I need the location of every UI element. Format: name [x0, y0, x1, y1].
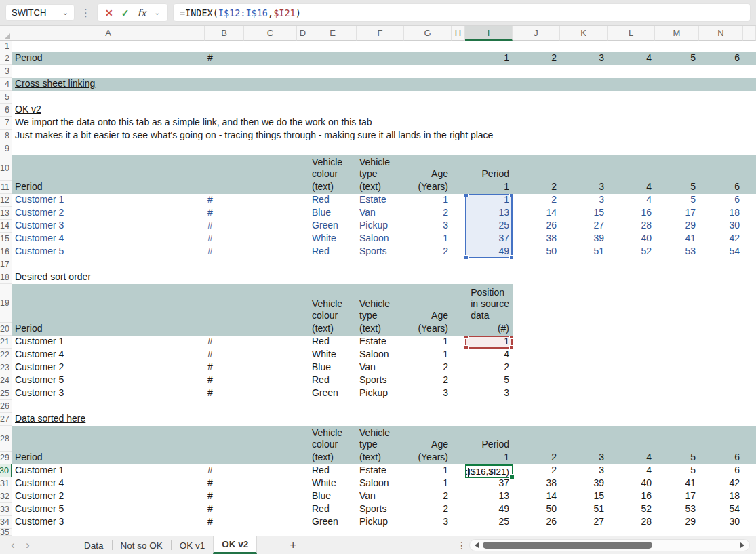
cell-A13[interactable]: Customer 2 — [12, 207, 205, 220]
cell-E19[interactable]: Vehicle colour — [309, 284, 357, 323]
cell-F29[interactable]: (text) — [357, 452, 404, 464]
row-header-9[interactable]: 9 — [0, 142, 12, 155]
row-header-12[interactable]: 12 — [0, 194, 12, 207]
cell-G25[interactable]: 3 — [404, 387, 452, 400]
cell-I24[interactable]: 5 — [465, 374, 513, 387]
cell-B34[interactable]: # — [205, 516, 244, 529]
cell-N11[interactable]: 6 — [699, 181, 743, 194]
cell-B15[interactable]: # — [205, 233, 244, 245]
cell-A15[interactable]: Customer 4 — [12, 233, 205, 245]
row-header-8[interactable]: 8 — [0, 130, 12, 142]
row-header-2[interactable]: 2 — [0, 52, 12, 65]
cell-A27[interactable]: Data sorted here — [12, 413, 205, 426]
cell-N14[interactable]: 30 — [699, 220, 743, 233]
cell-B24[interactable]: # — [205, 374, 244, 387]
cell-K2[interactable]: 3 — [560, 52, 608, 65]
cell-G13[interactable]: 2 — [404, 207, 452, 220]
cell-L34[interactable]: 28 — [608, 516, 655, 529]
cell-B2[interactable]: # — [205, 52, 244, 65]
cell-B32[interactable]: # — [205, 490, 244, 503]
next-sheet-icon[interactable]: › — [20, 536, 35, 554]
cell-E33[interactable]: Red — [309, 503, 357, 516]
cell-F12[interactable]: Estate — [357, 194, 404, 207]
cell-I21[interactable]: 1 — [465, 336, 513, 349]
cell-A7[interactable]: We import the data onto this tab as a si… — [12, 117, 205, 130]
cell-A8[interactable]: Just makes it a bit easier to see what's… — [12, 130, 205, 142]
cell-A16[interactable]: Customer 5 — [12, 245, 205, 258]
column-header-H[interactable]: H — [452, 26, 465, 41]
cell-A6[interactable]: OK v2 — [12, 104, 205, 117]
cell-B16[interactable]: # — [205, 245, 244, 258]
cell-G22[interactable]: 1 — [404, 349, 452, 361]
cell-G11[interactable]: (Years) — [404, 181, 452, 194]
cell-G30[interactable]: 1 — [404, 464, 452, 477]
row-header-10[interactable]: 10 — [0, 155, 12, 181]
cell-M31[interactable]: 41 — [655, 477, 699, 490]
active-cell-editor[interactable]: :I$16,$I21) — [465, 464, 513, 478]
column-header-G[interactable]: G — [404, 26, 452, 41]
scrollbar-thumb[interactable] — [483, 542, 652, 549]
row-header-16[interactable]: 16 — [0, 245, 12, 258]
sheet-tab-ok-v1[interactable]: OK v1 — [172, 536, 214, 554]
chevron-down-icon[interactable]: ⌄ — [62, 8, 68, 17]
cell-A2[interactable]: Period — [12, 52, 205, 65]
cell-G20[interactable]: (Years) — [404, 323, 452, 336]
cell-M34[interactable]: 29 — [655, 516, 699, 529]
cell-G31[interactable]: 1 — [404, 477, 452, 490]
cell-I34[interactable]: 25 — [465, 516, 513, 529]
cell-F22[interactable]: Saloon — [357, 349, 404, 361]
cell-F33[interactable]: Sports — [357, 503, 404, 516]
cell-I13[interactable]: 13 — [465, 207, 513, 220]
cell-B21[interactable]: # — [205, 336, 244, 349]
prev-sheet-icon[interactable]: ‹ — [5, 536, 20, 554]
row-header-14[interactable]: 14 — [0, 220, 12, 233]
row-header-33[interactable]: 33 — [0, 503, 12, 516]
cell-K14[interactable]: 27 — [560, 220, 608, 233]
column-header-D[interactable]: D — [297, 26, 309, 41]
cell-M12[interactable]: 5 — [655, 194, 699, 207]
row-header-11[interactable]: 11 — [0, 181, 12, 194]
name-box[interactable]: SWITCH ⌄ — [5, 4, 75, 21]
cell-J33[interactable]: 50 — [513, 503, 560, 516]
cell-E25[interactable]: Green — [309, 387, 357, 400]
cell-J31[interactable]: 38 — [513, 477, 560, 490]
sheet-tab-not-so-ok[interactable]: Not so OK — [113, 536, 171, 554]
cell-E24[interactable]: Red — [309, 374, 357, 387]
confirm-icon[interactable]: ✓ — [121, 7, 130, 18]
cell-N2[interactable]: 6 — [699, 52, 743, 65]
column-header-M[interactable]: M — [655, 26, 699, 41]
cell-A29[interactable]: Period — [12, 452, 205, 464]
cell-G28[interactable]: Age — [404, 426, 452, 452]
cell-A32[interactable]: Customer 2 — [12, 490, 205, 503]
cell-M29[interactable]: 5 — [655, 452, 699, 464]
cell-N34[interactable]: 30 — [699, 516, 743, 529]
sheet-tab-ok-v2[interactable]: OK v2 — [213, 536, 257, 554]
row-header-25[interactable]: 25 — [0, 387, 12, 400]
row-header-28[interactable]: 28 — [0, 426, 12, 452]
column-header-B[interactable]: B — [205, 26, 244, 41]
cell-G21[interactable]: 1 — [404, 336, 452, 349]
row-header-4[interactable]: 4 — [0, 78, 12, 91]
cell-I29[interactable]: 1 — [465, 452, 513, 464]
cell-G34[interactable]: 3 — [404, 516, 452, 529]
cell-K31[interactable]: 39 — [560, 477, 608, 490]
insert-function-icon[interactable]: fx — [137, 7, 146, 18]
cell-G16[interactable]: 2 — [404, 245, 452, 258]
tab-bar-resize-icon[interactable]: ⋮ — [457, 536, 466, 554]
cell-K15[interactable]: 39 — [560, 233, 608, 245]
row-header-35[interactable]: 35 — [0, 529, 12, 536]
column-header-F[interactable]: F — [357, 26, 404, 41]
cell-I19[interactable]: Position in source data — [465, 284, 513, 323]
cell-A31[interactable]: Customer 4 — [12, 477, 205, 490]
cell-I31[interactable]: 37 — [465, 477, 513, 490]
cell-B31[interactable]: # — [205, 477, 244, 490]
cell-J11[interactable]: 2 — [513, 181, 560, 194]
cell-I33[interactable]: 49 — [465, 503, 513, 516]
cell-B33[interactable]: # — [205, 503, 244, 516]
cell-G14[interactable]: 3 — [404, 220, 452, 233]
cell-N12[interactable]: 6 — [699, 194, 743, 207]
cell-J13[interactable]: 14 — [513, 207, 560, 220]
cell-B14[interactable]: # — [205, 220, 244, 233]
cell-F32[interactable]: Van — [357, 490, 404, 503]
cell-E21[interactable]: Red — [309, 336, 357, 349]
